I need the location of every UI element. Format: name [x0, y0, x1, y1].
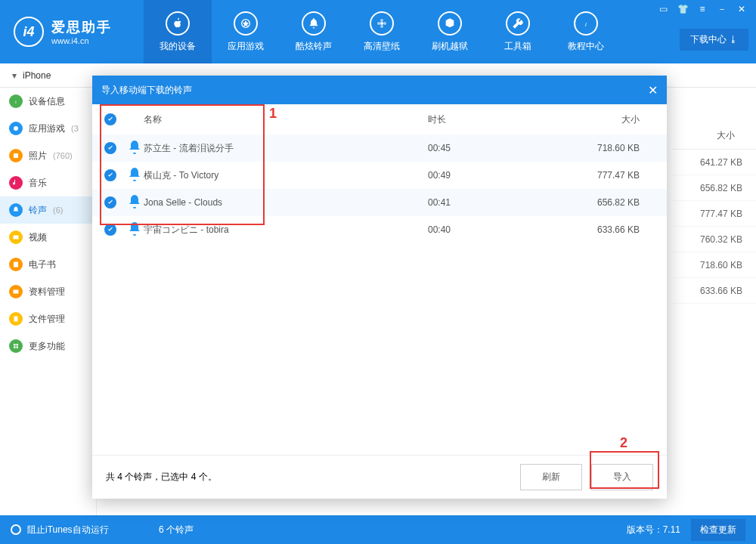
- nav-my-device[interactable]: 我的设备: [144, 0, 212, 63]
- skin-icon[interactable]: 👕: [673, 0, 692, 18]
- nav-wallpapers[interactable]: 高清壁纸: [348, 0, 416, 63]
- bg-col-header: 大小: [673, 122, 756, 150]
- sidebar-item-file-manage[interactable]: 文件管理: [0, 305, 96, 332]
- svg-rect-14: [14, 344, 16, 346]
- sidebar-item-videos[interactable]: 视频: [0, 224, 96, 251]
- bg-row: 777.47 KB: [673, 201, 756, 227]
- flower-icon: [370, 11, 394, 36]
- col-size-header: 大小: [549, 113, 655, 126]
- svg-point-5: [383, 22, 386, 25]
- ringtone-icon: [125, 148, 144, 159]
- bg-row: 760.32 KB: [673, 227, 756, 252]
- ringtone-row[interactable]: 横山克 - To Victory 00:49 777.47 KB: [92, 162, 667, 189]
- wrench-icon: [506, 11, 530, 36]
- status-circle-icon: [11, 524, 21, 535]
- app-name: 爱思助手: [51, 18, 112, 36]
- download-center-button[interactable]: 下载中心 ⭳: [680, 29, 748, 51]
- col-name-header: 名称: [144, 113, 428, 126]
- row-checkbox[interactable]: [104, 169, 116, 181]
- sidebar-item-photos[interactable]: 照片(760): [0, 142, 96, 169]
- svg-rect-9: [14, 153, 18, 158]
- row-checkbox[interactable]: [104, 142, 116, 154]
- close-icon[interactable]: ✕: [732, 0, 751, 18]
- ringtone-row[interactable]: 苏立生 - 流着泪说分手 00:45 718.60 KB: [92, 134, 667, 162]
- sidebar-item-apps[interactable]: 应用游戏(3: [0, 115, 96, 142]
- col-duration-header: 时长: [428, 113, 549, 126]
- device-name: iPhone: [23, 70, 51, 81]
- check-update-button[interactable]: 检查更新: [691, 519, 745, 541]
- import-button[interactable]: 导入: [591, 464, 653, 490]
- bell-small-icon: [9, 203, 23, 217]
- bell-icon: [302, 11, 326, 36]
- annotation-label-2: 2: [620, 435, 627, 451]
- apps-small-icon: [9, 122, 23, 135]
- ringtone-icon: [125, 202, 144, 213]
- nav-apps[interactable]: 应用游戏: [212, 0, 280, 63]
- svg-rect-12: [14, 290, 19, 294]
- box-icon: [438, 11, 462, 36]
- svg-point-1: [380, 22, 383, 25]
- modal-table-header: 名称 时长 大小: [92, 104, 667, 134]
- app-header: i4 爱思助手 www.i4.cn 我的设备 应用游戏 酷炫铃声 高清壁纸 刷机…: [0, 0, 756, 63]
- version-label: 版本号：7.11: [627, 524, 680, 536]
- background-size-column: 大小 641.27 KB 656.82 KB 777.47 KB 760.32 …: [673, 122, 756, 304]
- info-circle-icon: i: [9, 94, 23, 108]
- folder-icon: [9, 285, 23, 298]
- modal-title: 导入移动端下载的铃声: [101, 84, 192, 97]
- row-checkbox[interactable]: [104, 224, 116, 236]
- itunes-block-toggle[interactable]: 阻止iTunes自动运行: [27, 524, 109, 536]
- status-bar: 阻止iTunes自动运行 6 个铃声 版本号：7.11 检查更新: [0, 515, 756, 544]
- svg-point-8: [14, 126, 18, 131]
- modal-header: 导入移动端下载的铃声 ✕: [92, 76, 667, 104]
- ringtone-icon: [125, 230, 144, 240]
- svg-point-2: [380, 19, 383, 22]
- logo-icon: i4: [14, 17, 44, 47]
- ringtone-count: 6 个铃声: [159, 524, 194, 536]
- annotation-label-1: 1: [269, 106, 277, 122]
- sidebar-item-device-info[interactable]: i设备信息: [0, 88, 96, 115]
- feedback-icon[interactable]: ▭: [653, 0, 673, 18]
- book-icon: [9, 258, 23, 271]
- sidebar-item-music[interactable]: 音乐: [0, 169, 96, 196]
- grid-icon: [9, 339, 23, 353]
- sidebar-item-ringtones[interactable]: 铃声(6): [0, 196, 96, 224]
- main-nav: 我的设备 应用游戏 酷炫铃声 高清壁纸 刷机越狱 工具箱 i 教程中心: [144, 0, 620, 63]
- ringtone-row[interactable]: 宇宙コンビニ - tobira 00:40 633.66 KB: [92, 216, 667, 243]
- sidebar: i设备信息 应用游戏(3 照片(760) 音乐 铃声(6) 视频 电子书 资料管…: [0, 88, 97, 539]
- window-controls: ▭ 👕 ≡ － ✕: [653, 0, 756, 18]
- svg-point-3: [380, 25, 383, 28]
- refresh-button[interactable]: 刷新: [520, 464, 582, 490]
- bg-row: 718.60 KB: [673, 252, 756, 278]
- nav-toolbox[interactable]: 工具箱: [484, 0, 552, 63]
- selection-summary: 共 4 个铃声，已选中 4 个。: [106, 471, 217, 484]
- modal-footer: 共 4 个铃声，已选中 4 个。 刷新 导入: [92, 455, 667, 499]
- select-all-checkbox[interactable]: [104, 113, 116, 125]
- chevron-down-icon: ▾: [12, 70, 17, 81]
- logo: i4 爱思助手 www.i4.cn: [0, 17, 144, 47]
- menu-icon[interactable]: ≡: [692, 0, 712, 18]
- ringtone-icon: [125, 175, 144, 186]
- sidebar-item-ebooks[interactable]: 电子书: [0, 251, 96, 278]
- music-icon: [9, 176, 23, 190]
- nav-jailbreak[interactable]: 刷机越狱: [416, 0, 484, 63]
- video-icon: [9, 230, 23, 244]
- bg-row: 641.27 KB: [673, 150, 756, 175]
- sidebar-item-data-manage[interactable]: 资料管理: [0, 278, 96, 305]
- app-url: www.i4.cn: [51, 36, 112, 45]
- modal-close-icon[interactable]: ✕: [648, 83, 658, 97]
- bg-row: 633.66 KB: [673, 278, 756, 304]
- nav-ringtones[interactable]: 酷炫铃声: [280, 0, 348, 63]
- svg-rect-17: [17, 347, 19, 349]
- svg-rect-15: [17, 344, 19, 346]
- row-checkbox[interactable]: [104, 196, 116, 209]
- info-icon: i: [574, 11, 598, 36]
- ringtone-row[interactable]: Jona Selle - Clouds 00:41 656.82 KB: [92, 189, 667, 216]
- file-icon: [9, 312, 23, 326]
- photo-icon: [9, 149, 23, 162]
- svg-rect-11: [14, 262, 18, 267]
- minimize-icon[interactable]: －: [712, 0, 732, 18]
- nav-tutorials[interactable]: i 教程中心: [552, 0, 620, 63]
- svg-point-4: [377, 22, 380, 25]
- import-ringtones-modal: 导入移动端下载的铃声 ✕ 名称 时长 大小 苏立生 - 流着泪说分手 00:45…: [92, 76, 667, 499]
- sidebar-item-more[interactable]: 更多功能: [0, 332, 96, 360]
